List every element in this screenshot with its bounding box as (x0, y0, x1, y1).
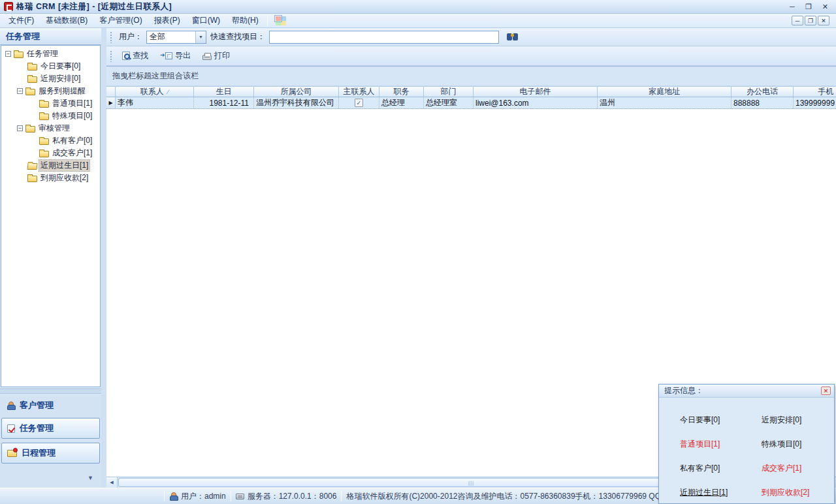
restore-button[interactable]: ❐ (805, 1, 812, 12)
col-home-address[interactable]: 家庭地址 (598, 86, 732, 97)
toolbar-grip-icon[interactable] (110, 50, 113, 62)
quick-find-input[interactable] (269, 31, 499, 44)
quick-find-label: 快速查找项目： (210, 31, 265, 42)
col-company[interactable]: 所属公司 (254, 86, 339, 97)
col-title[interactable]: 职务 (379, 86, 424, 97)
group-by-bar[interactable]: 拖曳栏标题这里组合该栏 (106, 67, 836, 86)
tree-item-recent-schedule[interactable]: 近期安排[0] (1, 72, 100, 85)
expander-icon[interactable]: − (17, 125, 23, 131)
mdi-minimize-button[interactable]: ─ (792, 16, 803, 25)
skin-theme-icon[interactable] (276, 16, 281, 21)
popup-close-button[interactable]: ✕ (821, 386, 831, 395)
nav-customer-management[interactable]: 客户管理 (0, 395, 101, 416)
schedule-folder-icon (7, 450, 17, 457)
popup-link-private-customers[interactable]: 私有客户[0] (680, 463, 762, 474)
person-icon (7, 402, 15, 410)
tree-item-today-tasks[interactable]: 今日要事[0] (1, 60, 100, 72)
find-button[interactable]: 查找 (118, 48, 153, 63)
popup-link-special-items[interactable]: 特殊项目[0] (762, 439, 834, 450)
popup-link-closed-customers[interactable]: 成交客户[1] (762, 463, 834, 474)
popup-link-due-receivables[interactable]: 到期应收款[2] (762, 487, 834, 498)
col-department[interactable]: 部门 (424, 86, 474, 97)
expander-icon[interactable]: − (5, 51, 11, 57)
statusbar-separator (231, 491, 231, 501)
tree-item-recent-birthdays[interactable]: 近期过生日[1] (1, 159, 100, 172)
menu-separator (267, 16, 268, 26)
statusbar-separator (341, 491, 342, 501)
current-row-marker-icon: ▶ (106, 97, 116, 108)
mdi-close-button[interactable]: ✕ (818, 16, 829, 25)
menu-help[interactable]: 帮助(H) (226, 14, 265, 27)
close-button[interactable]: ✕ (822, 1, 828, 12)
tree-item-service-expiry-reminder[interactable]: − 服务到期提醒 (1, 85, 100, 97)
nav-schedule-management[interactable]: 日程管理 (1, 443, 100, 464)
binoculars-search-icon[interactable] (507, 33, 512, 40)
cell-title: 总经理 (379, 97, 424, 108)
cell-email: liwei@163.com (474, 97, 598, 108)
col-mobile[interactable]: 手机 (794, 86, 836, 97)
menu-customer-mgmt[interactable]: 客户管理(O) (93, 14, 148, 27)
minimize-button[interactable]: ─ (790, 1, 795, 12)
scroll-left-button[interactable]: ◀ (106, 477, 118, 488)
tree-item-special-items[interactable]: 特殊项目[0] (1, 110, 100, 122)
popup-link-recent-schedule[interactable]: 近期安排[0] (762, 415, 834, 426)
col-email[interactable]: 电子邮件 (474, 86, 598, 97)
col-office-phone[interactable]: 办公电话 (732, 86, 794, 97)
col-birthday[interactable]: 生日 (194, 86, 254, 97)
clipboard-check-icon (7, 424, 15, 433)
nav-task-management[interactable]: 任务管理 (1, 418, 100, 439)
combo-arrow-icon[interactable]: ▼ (195, 31, 206, 43)
cell-contact: 李伟 (116, 97, 194, 108)
menu-base-data[interactable]: 基础数据(B) (40, 14, 93, 27)
grid-header-row: 联系人 ∕ 生日 所属公司 主联系人 职务 部门 电子邮件 家庭地址 办公电话 … (106, 86, 836, 97)
find-icon (122, 52, 130, 60)
folder-icon (27, 64, 37, 71)
chevron-down-icon[interactable]: ▼ (88, 475, 93, 481)
vertical-splitter[interactable] (101, 28, 106, 488)
tree-item-closed-customers[interactable]: 成交客户[1] (1, 147, 100, 159)
row-indicator-header (106, 86, 116, 97)
col-contact[interactable]: 联系人 ∕ (116, 86, 194, 97)
primary-contact-checkbox[interactable]: ✓ (355, 99, 363, 107)
tree-item-private-customers[interactable]: 私有客户[0] (1, 134, 100, 147)
sidebar-splitter[interactable] (0, 388, 101, 394)
sidebar-footer: ▼ (0, 465, 101, 488)
tree-item-due-receivables[interactable]: 到期应收款[2] (1, 172, 100, 184)
filter-toolbar: 用户： 全部 ▼ 快速查找项目： (106, 28, 836, 46)
popup-link-normal-items[interactable]: 普通项目[1] (680, 439, 762, 450)
folder-icon (39, 151, 49, 157)
tree-item-task-management-root[interactable]: − 任务管理 (1, 48, 100, 60)
folder-open-icon (27, 163, 37, 170)
menu-file[interactable]: 文件(F) (3, 14, 40, 27)
expander-icon[interactable]: − (17, 88, 23, 94)
statusbar-copyright: 格瑞软件版权所有(C)2000-2012咨询及维护电话：0577-8636083… (346, 491, 661, 502)
print-button[interactable]: 打印 (198, 48, 234, 63)
notification-popup: 提示信息： ✕ 今日要事[0] 近期安排[0] 普通项目[1] 特殊项目[0] … (658, 384, 835, 504)
menu-reports[interactable]: 报表(P) (148, 14, 186, 27)
tree-item-normal-items[interactable]: 普通项目[1] (1, 97, 100, 110)
export-icon (165, 52, 172, 59)
cell-birthday: 1981-12-11 (194, 97, 254, 108)
sidebar: 任务管理 − 任务管理 今日要事[0] 近期安排[0] − 服务到期提醒 (0, 28, 101, 488)
table-row[interactable]: ▶ 李伟 1981-12-11 温州乔宇科技有限公司 ✓ 总经理 总经理室 li… (106, 97, 836, 109)
user-filter-combobox[interactable]: 全部 ▼ (146, 31, 206, 44)
cell-company: 温州乔宇科技有限公司 (254, 97, 339, 108)
statusbar-user: 用户：admin (169, 491, 226, 502)
tree-item-audit-management[interactable]: − 审核管理 (1, 122, 100, 134)
col-primary-contact[interactable]: 主联系人 (339, 86, 379, 97)
mdi-restore-button[interactable]: ❐ (805, 16, 816, 25)
folder-icon (14, 52, 24, 58)
folder-icon (39, 101, 49, 108)
menu-window[interactable]: 窗口(W) (186, 14, 226, 27)
toolbar-grip-icon[interactable] (110, 31, 113, 43)
task-tree: − 任务管理 今日要事[0] 近期安排[0] − 服务到期提醒 普通项目[1] (1, 45, 101, 387)
folder-icon (25, 126, 35, 133)
export-button[interactable]: 导出 (155, 48, 195, 63)
printer-icon (202, 55, 212, 60)
sort-ascending-icon: ∕ (168, 88, 169, 95)
cell-mobile: 139999999 (794, 97, 836, 108)
cell-primary-contact: ✓ (339, 97, 379, 108)
popup-link-recent-birthdays[interactable]: 近期过生日[1] (680, 487, 762, 498)
app-logo-icon (4, 2, 13, 11)
popup-link-today-tasks[interactable]: 今日要事[0] (680, 415, 762, 426)
